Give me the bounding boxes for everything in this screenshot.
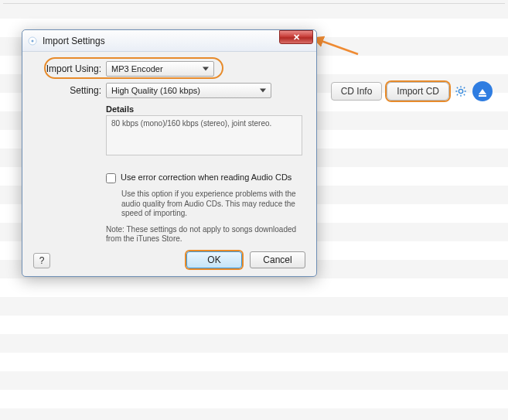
cd-info-button[interactable]: CD Info (331, 82, 383, 101)
close-icon: ✕ (293, 32, 300, 43)
eject-icon (479, 89, 486, 94)
details-section: Details 80 kbps (mono)/160 kbps (stereo)… (106, 104, 302, 155)
import-using-label: Import Using: (33, 63, 101, 74)
titlebar: Import Settings ✕ (22, 30, 316, 52)
error-correction-label: Use error correction when reading Audio … (121, 172, 292, 182)
svg-point-2 (32, 39, 34, 42)
import-cd-button[interactable]: Import CD (387, 82, 449, 101)
cd-toolbar: CD Info Import CD (331, 81, 493, 101)
ok-button[interactable]: OK (186, 251, 242, 268)
divider (3, 3, 505, 4)
error-correction-checkbox[interactable] (106, 173, 116, 183)
chevron-down-icon (260, 89, 266, 93)
note-text: Note: These settings do not apply to son… (106, 225, 299, 244)
setting-value: High Quality (160 kbps) (111, 86, 200, 95)
details-header: Details (106, 104, 302, 114)
eject-button[interactable] (472, 81, 493, 101)
close-button[interactable]: ✕ (279, 30, 313, 44)
import-using-value: MP3 Encoder (111, 64, 163, 73)
details-text: 80 kbps (mono)/160 kbps (stereo), joint … (106, 115, 302, 155)
import-using-select[interactable]: MP3 Encoder (106, 61, 214, 77)
help-button[interactable]: ? (33, 253, 50, 268)
setting-select[interactable]: High Quality (160 kbps) (106, 83, 271, 98)
setting-label: Setting: (33, 85, 101, 96)
dialog-body: Import Using: MP3 Encoder Setting: High … (22, 52, 316, 252)
chevron-down-icon (203, 67, 209, 71)
cancel-button[interactable]: Cancel (250, 251, 305, 268)
error-correction-hint: Use this option if you experience proble… (121, 190, 299, 219)
app-icon (27, 36, 38, 46)
gear-icon[interactable] (454, 84, 468, 98)
button-row: OK Cancel (186, 251, 305, 268)
import-settings-dialog: Import Settings ✕ Import Using: MP3 Enco… (22, 29, 317, 277)
dialog-title: Import Settings (43, 36, 274, 46)
